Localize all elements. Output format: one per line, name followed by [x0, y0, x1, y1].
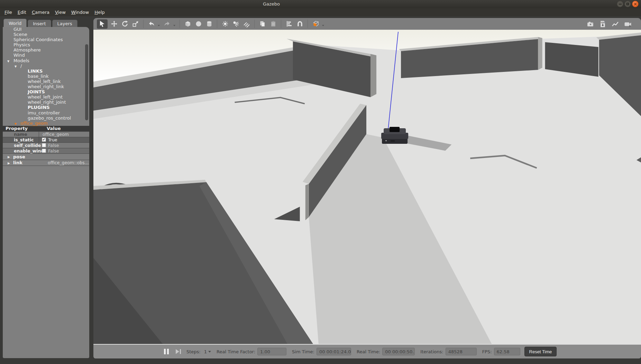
render-viewport-3d[interactable]: [93, 30, 641, 345]
scale-icon: [132, 20, 139, 28]
tree-item-gui[interactable]: GUI: [3, 27, 89, 32]
insert-box-button[interactable]: [183, 20, 192, 28]
svg-text:LOG: LOG: [601, 21, 605, 23]
tree-item-wheel-left-link[interactable]: wheel_left_link: [3, 79, 89, 84]
panel-scrollbar[interactable]: [85, 44, 88, 120]
robot-model[interactable]: [381, 127, 408, 144]
tree-item-model-root[interactable]: ▼ /: [3, 63, 89, 68]
menu-window[interactable]: Window: [71, 10, 89, 15]
toolbar-separator: [281, 20, 281, 28]
property-table: Property Value name office_geom is_stati…: [3, 126, 89, 166]
tab-layers[interactable]: Layers: [52, 20, 77, 27]
menu-help[interactable]: Help: [94, 10, 105, 15]
align-button[interactable]: [285, 20, 293, 28]
expand-arrow-icon[interactable]: ▶: [8, 161, 10, 165]
log-recorder-button[interactable]: LOG: [598, 20, 607, 28]
insert-cylinder-button[interactable]: [205, 20, 213, 28]
real-time-value: 00 00:00:50.147: [382, 348, 415, 355]
tree-item-wheel-right-joint[interactable]: wheel_right_joint: [3, 100, 89, 105]
close-icon: ✕: [633, 2, 637, 6]
point-light-button[interactable]: [221, 20, 229, 28]
scene-wall-endcap: [538, 37, 542, 70]
maximize-icon: [626, 3, 629, 5]
spot-light-button[interactable]: [231, 20, 240, 28]
column-property: Property: [3, 126, 39, 131]
redo-dropdown-icon[interactable]: [173, 25, 175, 26]
tree-item-imu-controller[interactable]: imu_controller: [3, 110, 89, 115]
sim-time-label: Sim Time:: [292, 349, 314, 354]
tree-item-scene[interactable]: Scene: [3, 32, 89, 37]
minimize-button[interactable]: [617, 1, 623, 7]
paste-button[interactable]: [269, 20, 277, 28]
insert-sphere-button[interactable]: [194, 20, 203, 28]
tree-item-models[interactable]: ▼ Models: [3, 58, 89, 63]
snap-magnet-icon: [296, 20, 304, 28]
align-icon: [285, 20, 293, 28]
close-button[interactable]: ✕: [632, 1, 639, 7]
select-tool-button[interactable]: [97, 19, 108, 29]
plot-button[interactable]: [611, 20, 620, 28]
tree-item-gazebo-ros-control[interactable]: gazebo_ros_control: [3, 115, 89, 121]
property-row-link[interactable]: ▶ link office_geom::obs...: [3, 160, 89, 166]
screenshot-button[interactable]: [586, 20, 595, 28]
rtf-value: 1.00: [257, 348, 286, 355]
step-button[interactable]: [176, 349, 181, 354]
menu-view[interactable]: View: [55, 10, 66, 15]
view-angle-button[interactable]: [311, 20, 320, 28]
steps-dropdown-icon[interactable]: [208, 351, 211, 353]
directional-light-button[interactable]: [242, 20, 251, 28]
property-row-enable-wind[interactable]: enable_wind False: [3, 148, 89, 153]
copy-button[interactable]: [258, 20, 267, 28]
expand-arrow-icon[interactable]: ▶: [8, 155, 10, 159]
tree-item-wind[interactable]: Wind: [3, 53, 89, 58]
property-row-name[interactable]: name office_geom: [3, 131, 89, 137]
checkbox-unchecked-icon[interactable]: [42, 149, 46, 153]
sim-time-value: 00 00:01:24.043: [317, 348, 351, 355]
reset-time-button[interactable]: Reset Time: [524, 347, 557, 356]
step-icon: [176, 349, 179, 354]
snap-button[interactable]: [295, 20, 304, 28]
maximize-button[interactable]: [624, 1, 631, 7]
world-panel: GUI Scene Spherical Coordinates Physics …: [3, 27, 89, 358]
tab-insert[interactable]: Insert: [28, 20, 51, 27]
translate-tool-button[interactable]: [110, 20, 118, 28]
property-row-is-static[interactable]: is_static ✔True: [3, 137, 89, 142]
menu-edit[interactable]: Edit: [18, 10, 26, 15]
property-row-self-collide[interactable]: self_collide False: [3, 142, 89, 148]
rtf-label: Real Time Factor:: [217, 349, 255, 354]
menu-bar: File Edit Camera View Window Help: [0, 8, 641, 16]
column-value: Value: [39, 126, 89, 131]
view-angle-dropdown-icon[interactable]: [322, 25, 324, 26]
tree-item-atmosphere[interactable]: Atmosphere: [3, 47, 89, 53]
rotate-tool-button[interactable]: [120, 20, 129, 28]
tree-item-wheel-left-joint[interactable]: wheel_left_joint: [3, 94, 89, 100]
undo-dropdown-icon[interactable]: [158, 25, 160, 26]
collapse-arrow-icon[interactable]: ▼: [15, 121, 17, 127]
menu-camera[interactable]: Camera: [32, 10, 49, 15]
property-row-pose[interactable]: ▶ pose: [3, 153, 89, 160]
rotate-icon: [121, 20, 129, 28]
tree-item-base-link[interactable]: base_link: [3, 74, 89, 79]
scale-tool-button[interactable]: [131, 20, 140, 28]
menu-file[interactable]: File: [4, 10, 12, 15]
tree-section-plugins: PLUGINS: [3, 105, 89, 110]
steps-value[interactable]: 1: [204, 349, 207, 354]
select-cursor-icon: [99, 20, 106, 28]
tree-item-physics[interactable]: Physics: [3, 42, 89, 47]
tree-item-office-geom-selected[interactable]: ▼ office_geom: [3, 121, 89, 126]
step-icon: [180, 349, 181, 354]
box-icon: [184, 20, 192, 28]
tab-world[interactable]: World: [3, 19, 27, 27]
log-icon: LOG: [599, 20, 607, 28]
paste-icon: [269, 20, 277, 28]
record-video-button[interactable]: [623, 20, 632, 28]
tree-item-wheel-right-link[interactable]: wheel_right_link: [3, 84, 89, 89]
checkbox-checked-icon[interactable]: ✔: [42, 138, 46, 142]
scene-wall-endcap: [370, 54, 376, 97]
undo-button[interactable]: [147, 20, 156, 28]
tree-item-spherical-coordinates[interactable]: Spherical Coordinates: [3, 37, 89, 42]
redo-button[interactable]: [163, 20, 171, 28]
checkbox-unchecked-icon[interactable]: [42, 143, 46, 147]
panel-tabs: World Insert Layers: [3, 19, 77, 27]
pause-button[interactable]: [164, 349, 169, 354]
